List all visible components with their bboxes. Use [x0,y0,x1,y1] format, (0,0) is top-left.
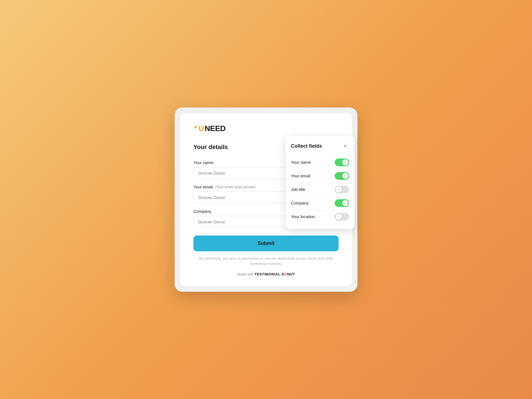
collect-item-email: Your email ✓ [291,169,349,183]
toggle-thumb-jobtitle: ✕ [336,186,342,193]
collect-item-company-label: Company [291,201,309,205]
collect-item-jobtitle-label: Job title [291,187,305,192]
collect-panel-header: Collect fields × [291,142,349,150]
submit-button[interactable]: Submit [193,236,339,251]
toggle-company[interactable]: ✓ [335,199,349,207]
toggle-thumb-name: ✓ [342,159,348,165]
toggle-location[interactable]: ✕ [335,213,349,221]
made-with: Made with TESTIMONIAL DONUT [193,272,339,276]
close-panel-button[interactable]: × [341,142,349,150]
collect-item-name: Your name ✓ [291,156,349,169]
toggle-thumb-email: ✓ [342,173,348,179]
logo-spark-icon: ✦ [193,124,198,131]
toggle-email[interactable]: ✓ [335,172,349,180]
collect-item-company: Company ✓ [291,196,349,210]
email-note: (Your email stays private) [215,185,255,189]
collect-item-location-label: Your location [291,214,315,219]
page-title: Your details [193,144,228,151]
collect-panel-title: Collect fields [291,143,322,149]
brand-name: TESTIMONIAL DONUT [255,272,295,276]
toggle-thumb-company: ✓ [342,200,348,206]
logo-rest: NEED [204,124,226,133]
toggle-thumb-location: ✕ [336,214,342,220]
logo: ✦UNEED [193,124,339,133]
toggle-jobtitle[interactable]: ✕ [335,186,349,193]
collect-item-location: Your location ✕ [291,210,349,223]
made-with-prefix: Made with [237,272,253,276]
donut-o: O [284,272,287,276]
disclaimer-text: By submitting, you give us permission to… [193,256,339,267]
inner-card: ✦UNEED Your details ✏️ Edit form Your na… [180,113,352,286]
logo-u: U [199,124,204,133]
outer-card: ✦UNEED Your details ✏️ Edit form Your na… [175,108,357,292]
toggle-name[interactable]: ✓ [335,158,349,166]
collect-item-jobtitle: Job title ✕ [291,183,349,196]
collect-item-name-label: Your name [291,160,311,165]
logo-area: ✦UNEED [193,124,339,133]
collect-fields-panel: Collect fields × Your name ✓ Your email … [285,136,355,229]
collect-item-email-label: Your email [291,173,310,178]
